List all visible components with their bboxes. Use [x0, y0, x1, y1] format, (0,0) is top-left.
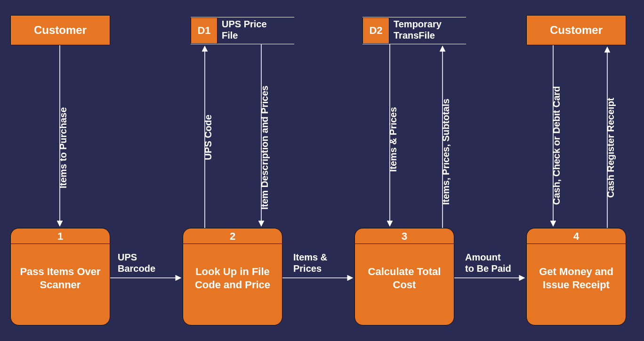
entity-customer-right-label: Customer — [550, 24, 603, 37]
process-3: 3 Calculate Total Cost — [354, 228, 454, 325]
process-3-id: 3 — [355, 228, 454, 244]
process-2: 2 Look Up in File Code and Price — [183, 228, 282, 325]
flow-cash-register-receipt: Cash Register Receipt — [605, 98, 616, 198]
process-4-label: Get Money and Issue Receipt — [527, 244, 626, 312]
process-1-label: Pass Items Over Scanner — [11, 244, 110, 312]
datastore-d2: D2 Temporary TransFile — [362, 17, 466, 44]
process-2-label: Look Up in File Code and Price — [183, 244, 282, 312]
datastore-d1: D1 UPS Price File — [191, 17, 294, 44]
flow-items-prices-v: Items & Prices — [387, 107, 399, 172]
flow-ups-barcode: UPS Barcode — [118, 252, 155, 274]
flow-ups-code: UPS Code — [202, 114, 214, 160]
datastore-d2-label: Temporary TransFile — [394, 18, 442, 41]
entity-customer-left: Customer — [10, 15, 110, 45]
flow-items-to-purchase: Items to Purchase — [57, 107, 69, 188]
process-1-id: 1 — [11, 228, 110, 244]
process-4-id: 4 — [527, 228, 626, 244]
flow-cash-check-debit: Cash, Check or Debit Card — [551, 86, 562, 205]
datastore-d1-id: D1 — [191, 17, 217, 44]
flow-items-prices-subtotals: Items, Prices, Subtotals — [440, 98, 451, 205]
process-4: 4 Get Money and Issue Receipt — [526, 228, 626, 325]
flow-items-prices-h: Items & Prices — [293, 252, 327, 274]
entity-customer-right: Customer — [526, 15, 626, 45]
process-3-label: Calculate Total Cost — [355, 244, 454, 312]
process-1: 1 Pass Items Over Scanner — [10, 228, 110, 325]
datastore-d1-label: UPS Price File — [222, 18, 267, 41]
datastore-d2-id: D2 — [362, 17, 389, 44]
flow-item-desc-prices: Item Description and Prices — [259, 86, 270, 210]
entity-customer-left-label: Customer — [34, 24, 87, 37]
process-2-id: 2 — [183, 228, 282, 244]
flow-amount-to-be-paid: Amount to Be Paid — [465, 252, 511, 274]
